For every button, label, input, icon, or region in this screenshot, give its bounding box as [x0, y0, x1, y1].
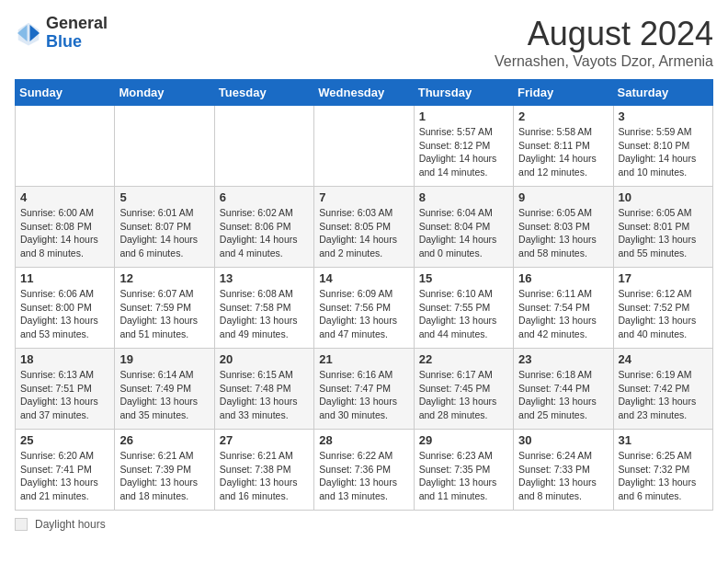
day-info: Sunrise: 6:05 AM Sunset: 8:03 PM Dayligh… — [518, 206, 608, 260]
calendar-cell — [115, 106, 214, 187]
day-info: Sunrise: 6:00 AM Sunset: 8:08 PM Dayligh… — [20, 206, 109, 260]
week-row-5: 25Sunrise: 6:20 AM Sunset: 7:41 PM Dayli… — [16, 430, 713, 511]
calendar-header: SundayMondayTuesdayWednesdayThursdayFrid… — [16, 80, 713, 106]
header-day-friday: Friday — [514, 80, 613, 106]
logo-icon — [15, 19, 42, 47]
logo-general: General — [46, 14, 108, 32]
header-day-saturday: Saturday — [613, 80, 712, 106]
day-number: 28 — [319, 433, 408, 447]
calendar-cell: 12Sunrise: 6:07 AM Sunset: 7:59 PM Dayli… — [115, 268, 214, 349]
calendar-cell: 29Sunrise: 6:23 AM Sunset: 7:35 PM Dayli… — [414, 430, 513, 511]
day-info: Sunrise: 6:04 AM Sunset: 8:04 PM Dayligh… — [419, 206, 508, 260]
day-number: 10 — [619, 190, 708, 204]
header-day-wednesday: Wednesday — [314, 80, 414, 106]
day-number: 2 — [518, 109, 608, 123]
calendar-cell: 6Sunrise: 6:02 AM Sunset: 8:06 PM Daylig… — [214, 187, 313, 268]
day-info: Sunrise: 6:24 AM Sunset: 7:33 PM Dayligh… — [518, 449, 608, 503]
logo-text: General Blue — [46, 15, 108, 52]
title-section: August 2024 Vernashen, Vayots Dzor, Arme… — [495, 15, 713, 70]
calendar-cell: 4Sunrise: 6:00 AM Sunset: 8:08 PM Daylig… — [16, 187, 115, 268]
logo-blue: Blue — [46, 32, 82, 51]
calendar-cell: 11Sunrise: 6:06 AM Sunset: 8:00 PM Dayli… — [16, 268, 115, 349]
day-info: Sunrise: 6:18 AM Sunset: 7:44 PM Dayligh… — [518, 368, 608, 422]
calendar-cell: 13Sunrise: 6:08 AM Sunset: 7:58 PM Dayli… — [214, 268, 313, 349]
day-number: 11 — [20, 271, 109, 285]
day-number: 16 — [518, 271, 608, 285]
day-number: 12 — [119, 271, 209, 285]
week-row-2: 4Sunrise: 6:00 AM Sunset: 8:08 PM Daylig… — [16, 187, 713, 268]
header-day-thursday: Thursday — [414, 80, 513, 106]
day-info: Sunrise: 6:19 AM Sunset: 7:42 PM Dayligh… — [619, 368, 708, 422]
calendar-cell: 20Sunrise: 6:15 AM Sunset: 7:48 PM Dayli… — [214, 349, 313, 430]
day-info: Sunrise: 6:01 AM Sunset: 8:07 PM Dayligh… — [119, 206, 209, 260]
day-info: Sunrise: 6:14 AM Sunset: 7:49 PM Dayligh… — [119, 368, 209, 422]
day-info: Sunrise: 6:11 AM Sunset: 7:54 PM Dayligh… — [518, 287, 608, 341]
calendar-body: 1Sunrise: 5:57 AM Sunset: 8:12 PM Daylig… — [16, 106, 713, 511]
location-subtitle: Vernashen, Vayots Dzor, Armenia — [495, 53, 713, 70]
calendar-cell: 24Sunrise: 6:19 AM Sunset: 7:42 PM Dayli… — [613, 349, 712, 430]
day-info: Sunrise: 6:03 AM Sunset: 8:05 PM Dayligh… — [319, 206, 408, 260]
calendar-cell: 31Sunrise: 6:25 AM Sunset: 7:32 PM Dayli… — [613, 430, 712, 511]
legend-label: Daylight hours — [35, 518, 106, 531]
day-info: Sunrise: 6:10 AM Sunset: 7:55 PM Dayligh… — [419, 287, 508, 341]
day-number: 27 — [220, 433, 309, 447]
header-day-tuesday: Tuesday — [214, 80, 313, 106]
day-info: Sunrise: 5:59 AM Sunset: 8:10 PM Dayligh… — [619, 125, 708, 179]
day-info: Sunrise: 6:13 AM Sunset: 7:51 PM Dayligh… — [20, 368, 109, 422]
day-number: 13 — [220, 271, 309, 285]
day-info: Sunrise: 6:22 AM Sunset: 7:36 PM Dayligh… — [319, 449, 408, 503]
legend-box — [15, 518, 28, 531]
day-number: 14 — [319, 271, 408, 285]
day-info: Sunrise: 6:15 AM Sunset: 7:48 PM Dayligh… — [220, 368, 309, 422]
day-number: 21 — [319, 352, 408, 366]
calendar-cell: 30Sunrise: 6:24 AM Sunset: 7:33 PM Dayli… — [514, 430, 613, 511]
calendar-cell — [214, 106, 313, 187]
day-number: 7 — [319, 190, 408, 204]
month-title: August 2024 — [495, 15, 713, 53]
calendar-cell: 28Sunrise: 6:22 AM Sunset: 7:36 PM Dayli… — [314, 430, 414, 511]
day-info: Sunrise: 6:20 AM Sunset: 7:41 PM Dayligh… — [20, 449, 109, 503]
day-number: 1 — [419, 109, 508, 123]
calendar-cell: 18Sunrise: 6:13 AM Sunset: 7:51 PM Dayli… — [16, 349, 115, 430]
calendar-cell: 16Sunrise: 6:11 AM Sunset: 7:54 PM Dayli… — [514, 268, 613, 349]
day-number: 24 — [619, 352, 708, 366]
day-number: 23 — [518, 352, 608, 366]
calendar-cell: 9Sunrise: 6:05 AM Sunset: 8:03 PM Daylig… — [514, 187, 613, 268]
calendar-cell: 26Sunrise: 6:21 AM Sunset: 7:39 PM Dayli… — [115, 430, 214, 511]
day-number: 22 — [419, 352, 508, 366]
day-info: Sunrise: 6:25 AM Sunset: 7:32 PM Dayligh… — [619, 449, 708, 503]
week-row-3: 11Sunrise: 6:06 AM Sunset: 8:00 PM Dayli… — [16, 268, 713, 349]
calendar-cell: 23Sunrise: 6:18 AM Sunset: 7:44 PM Dayli… — [514, 349, 613, 430]
day-info: Sunrise: 6:23 AM Sunset: 7:35 PM Dayligh… — [419, 449, 508, 503]
logo: General Blue — [15, 15, 108, 52]
day-info: Sunrise: 5:57 AM Sunset: 8:12 PM Dayligh… — [419, 125, 508, 179]
day-info: Sunrise: 6:07 AM Sunset: 7:59 PM Dayligh… — [119, 287, 209, 341]
day-info: Sunrise: 6:09 AM Sunset: 7:56 PM Dayligh… — [319, 287, 408, 341]
day-info: Sunrise: 6:16 AM Sunset: 7:47 PM Dayligh… — [319, 368, 408, 422]
calendar-cell: 2Sunrise: 5:58 AM Sunset: 8:11 PM Daylig… — [514, 106, 613, 187]
calendar-cell: 17Sunrise: 6:12 AM Sunset: 7:52 PM Dayli… — [613, 268, 712, 349]
calendar-cell: 25Sunrise: 6:20 AM Sunset: 7:41 PM Dayli… — [16, 430, 115, 511]
calendar-cell — [16, 106, 115, 187]
header-day-monday: Monday — [115, 80, 214, 106]
day-info: Sunrise: 6:05 AM Sunset: 8:01 PM Dayligh… — [619, 206, 708, 260]
calendar-cell: 10Sunrise: 6:05 AM Sunset: 8:01 PM Dayli… — [613, 187, 712, 268]
day-number: 30 — [518, 433, 608, 447]
day-info: Sunrise: 6:21 AM Sunset: 7:38 PM Dayligh… — [220, 449, 309, 503]
page-header: General Blue August 2024 Vernashen, Vayo… — [15, 15, 713, 70]
calendar-cell: 1Sunrise: 5:57 AM Sunset: 8:12 PM Daylig… — [414, 106, 513, 187]
day-info: Sunrise: 6:08 AM Sunset: 7:58 PM Dayligh… — [220, 287, 309, 341]
day-number: 8 — [419, 190, 508, 204]
header-day-sunday: Sunday — [16, 80, 115, 106]
day-number: 5 — [119, 190, 209, 204]
calendar-cell: 5Sunrise: 6:01 AM Sunset: 8:07 PM Daylig… — [115, 187, 214, 268]
day-number: 19 — [119, 352, 209, 366]
calendar-cell — [314, 106, 414, 187]
day-info: Sunrise: 6:12 AM Sunset: 7:52 PM Dayligh… — [619, 287, 708, 341]
calendar-cell: 22Sunrise: 6:17 AM Sunset: 7:45 PM Dayli… — [414, 349, 513, 430]
day-number: 9 — [518, 190, 608, 204]
day-number: 4 — [20, 190, 109, 204]
calendar-cell: 21Sunrise: 6:16 AM Sunset: 7:47 PM Dayli… — [314, 349, 414, 430]
day-info: Sunrise: 6:06 AM Sunset: 8:00 PM Dayligh… — [20, 287, 109, 341]
day-number: 6 — [220, 190, 309, 204]
